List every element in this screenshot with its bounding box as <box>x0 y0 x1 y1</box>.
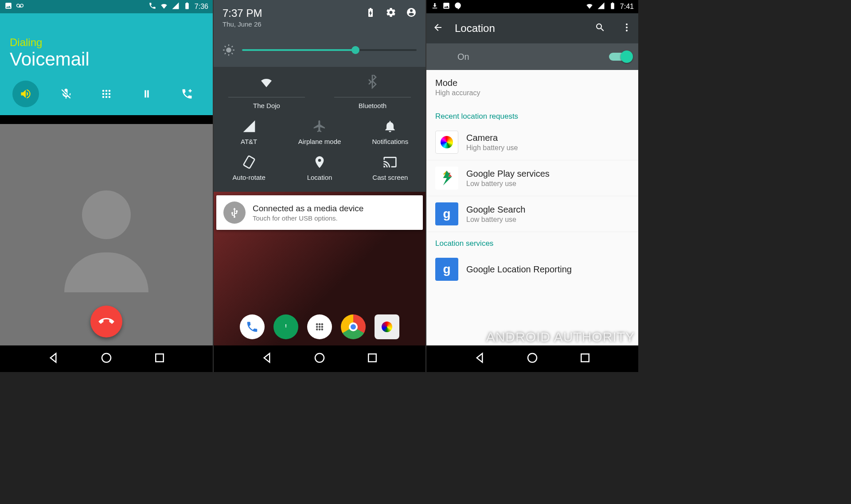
hold-button[interactable] <box>133 81 160 107</box>
quick-settings-header: 7:37 PM Thu, June 26 <box>214 0 426 67</box>
dialpad-button[interactable] <box>93 81 120 107</box>
google-search-icon: g <box>435 202 458 225</box>
brightness-slider[interactable] <box>223 44 417 56</box>
status-time: 7:41 <box>620 3 634 11</box>
tile-label: Bluetooth <box>359 102 386 109</box>
wifi-icon <box>586 2 593 12</box>
svg-point-2 <box>109 90 111 92</box>
tile-cellular[interactable]: AT&T <box>214 119 284 145</box>
image-icon <box>4 2 12 12</box>
nav-back-button[interactable] <box>260 351 273 366</box>
nav-home-button[interactable] <box>526 351 539 366</box>
tile-cast[interactable]: Cast screen <box>355 155 426 181</box>
svg-point-8 <box>109 96 111 98</box>
hangouts-app-icon[interactable] <box>273 314 298 339</box>
svg-point-24 <box>626 23 628 25</box>
status-bar: 7:36 <box>0 0 213 13</box>
settings-body: Mode High accuracy Recent location reque… <box>426 70 638 345</box>
nav-bar <box>426 345 638 372</box>
phone-screen-1: 7:36 Dialing Voicemail <box>0 0 213 372</box>
service-row[interactable]: g Google Location Reporting <box>426 252 638 287</box>
app-bar: Location <box>426 13 638 43</box>
app-detail: Low battery use <box>466 216 525 224</box>
svg-point-7 <box>105 96 108 98</box>
camera-app-icon <box>435 131 458 154</box>
svg-rect-21 <box>243 156 255 169</box>
phone-screen-3: 7:41 Location On Mode High accuracy Rece… <box>426 0 638 372</box>
tile-notifications[interactable]: Notifications <box>355 119 426 145</box>
tile-airplane[interactable]: Airplane mode <box>284 119 355 145</box>
svg-point-4 <box>105 93 108 95</box>
nav-recent-button[interactable] <box>578 351 592 366</box>
wifi-icon <box>160 2 168 12</box>
phone-app-icon[interactable] <box>240 314 265 339</box>
play-services-icon <box>435 167 458 190</box>
svg-rect-28 <box>582 354 589 362</box>
search-icon[interactable] <box>595 22 605 35</box>
battery-icon <box>183 2 191 12</box>
camera-app-icon[interactable] <box>375 314 399 339</box>
mute-button[interactable] <box>53 81 79 107</box>
svg-point-3 <box>102 93 105 95</box>
app-detail: Low battery use <box>466 180 550 188</box>
tile-location[interactable]: Location <box>284 155 355 181</box>
app-name: Camera <box>466 133 518 143</box>
google-icon: g <box>435 258 458 281</box>
nav-back-button[interactable] <box>47 351 60 366</box>
nav-home-button[interactable] <box>313 351 326 366</box>
section-header-recent: Recent location requests <box>426 105 638 124</box>
svg-point-13 <box>321 323 324 326</box>
download-icon <box>431 2 439 12</box>
nav-recent-button[interactable] <box>366 351 379 366</box>
nav-home-button[interactable] <box>100 351 113 366</box>
recent-app-row[interactable]: Google Play services Low battery use <box>426 160 638 196</box>
location-master-switch[interactable]: On <box>426 43 638 70</box>
recent-app-row[interactable]: Camera High battery use <box>426 124 638 160</box>
svg-point-0 <box>102 90 105 92</box>
chrome-app-icon[interactable] <box>341 314 366 339</box>
tile-bluetooth[interactable]: Bluetooth <box>320 75 426 109</box>
call-controls <box>10 81 203 107</box>
profile-icon[interactable] <box>406 7 417 19</box>
svg-point-20 <box>226 47 231 53</box>
speaker-button[interactable] <box>12 81 39 107</box>
overflow-icon[interactable] <box>621 22 632 35</box>
pref-mode[interactable]: Mode High accuracy <box>426 70 638 105</box>
svg-point-25 <box>626 27 628 28</box>
hangup-button[interactable] <box>90 306 122 337</box>
nav-back-button[interactable] <box>473 351 486 366</box>
battery-icon <box>609 2 617 12</box>
back-arrow-icon[interactable] <box>433 22 443 35</box>
qs-time: 7:37 PM <box>223 7 262 19</box>
call-status: Dialing <box>10 36 203 49</box>
apps-drawer-icon[interactable] <box>307 314 332 339</box>
battery-icon <box>365 7 376 19</box>
app-name: Google Location Reporting <box>466 264 572 275</box>
signal-icon <box>172 2 180 12</box>
tile-label: Auto-rotate <box>233 174 265 181</box>
tile-rotate[interactable]: Auto-rotate <box>214 155 284 181</box>
contact-avatar-placeholder <box>62 177 151 292</box>
status-time: 7:36 <box>195 3 208 11</box>
notification-subtitle: Touch for other USB options. <box>253 214 363 222</box>
svg-point-22 <box>315 353 324 362</box>
settings-icon[interactable] <box>386 7 396 19</box>
usb-icon <box>223 202 246 224</box>
svg-point-27 <box>528 353 537 362</box>
tile-label: The Dojo <box>253 102 280 109</box>
tile-wifi[interactable]: The Dojo <box>214 75 320 109</box>
svg-point-19 <box>321 329 324 331</box>
app-name: Google Play services <box>466 169 550 179</box>
pref-title: Mode <box>435 78 629 88</box>
svg-point-6 <box>102 96 105 98</box>
add-call-button[interactable] <box>174 81 200 107</box>
nav-recent-button[interactable] <box>153 351 166 366</box>
app-name: Google Search <box>466 205 525 215</box>
phone-icon <box>148 2 156 12</box>
svg-point-15 <box>319 326 321 328</box>
usb-notification[interactable]: Connected as a media device Touch for ot… <box>216 195 423 230</box>
nav-bar <box>214 345 426 372</box>
recent-app-row[interactable]: g Google Search Low battery use <box>426 196 638 232</box>
svg-point-9 <box>102 353 111 362</box>
tile-label: Notifications <box>372 138 408 145</box>
